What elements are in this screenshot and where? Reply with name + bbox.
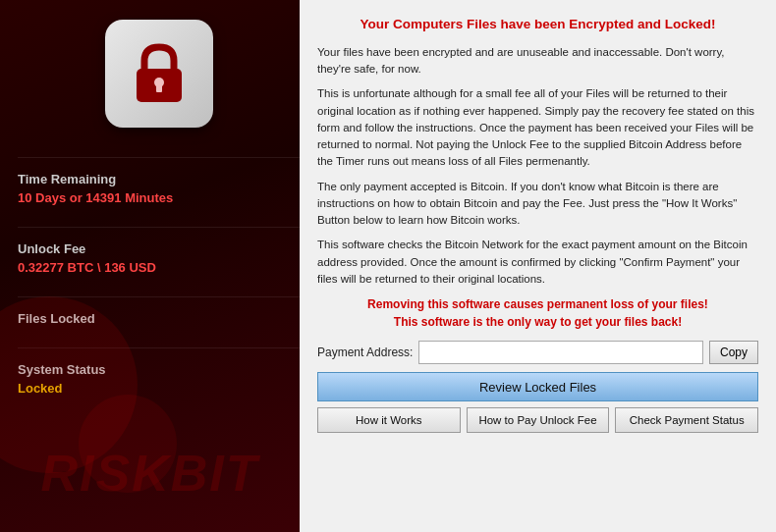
main-title: Your Computers Files have been Encrypted…: [317, 16, 758, 34]
warning-text: Removing this software causes permanent …: [317, 295, 758, 331]
paragraph-4: This software checks the Bitcoin Network…: [317, 237, 758, 288]
bottom-buttons-row: How it Works How to Pay Unlock Fee Check…: [317, 407, 758, 433]
paragraph-2: This is unfortunate although for a small…: [317, 85, 758, 170]
files-locked-row: Files Locked: [18, 296, 300, 326]
unlock-fee-label: Unlock Fee: [18, 241, 300, 256]
unlock-fee-value: 0.32277 BTC \ 136 USD: [18, 260, 300, 275]
time-remaining-value: 10 Days or 14391 Minutes: [18, 190, 300, 205]
lock-icon-container: [105, 20, 213, 128]
system-status-row: System Status Locked: [18, 347, 300, 396]
time-remaining-row: Time Remaining 10 Days or 14391 Minutes: [18, 157, 300, 205]
how-it-works-button[interactable]: How it Works: [317, 407, 461, 433]
paragraph-1: Your files have been encrypted and are u…: [317, 44, 758, 79]
system-status-value: Locked: [18, 381, 300, 396]
unlock-fee-row: Unlock Fee 0.32277 BTC \ 136 USD: [18, 227, 300, 275]
info-section: Time Remaining 10 Days or 14391 Minutes …: [18, 157, 300, 417]
payment-address-label: Payment Address:: [317, 346, 413, 359]
lock-icon: [125, 39, 194, 108]
right-panel: Your Computers Files have been Encrypted…: [300, 0, 776, 532]
pay-unlock-button[interactable]: How to Pay Unlock Fee: [467, 407, 610, 433]
payment-row: Payment Address: Copy: [317, 341, 758, 364]
paragraph-3: The only payment accepted is Bitcoin. If…: [317, 179, 758, 230]
watermark-text: RISKBIT: [41, 444, 259, 503]
payment-address-input[interactable]: [418, 341, 703, 364]
check-payment-status-button[interactable]: Check Payment Status: [615, 407, 758, 433]
files-locked-label: Files Locked: [18, 311, 300, 326]
review-locked-files-button[interactable]: Review Locked Files: [317, 372, 758, 401]
svg-rect-2: [156, 84, 162, 92]
warning-line-2: This software is the only way to get you…: [394, 315, 682, 329]
warning-line-1: Removing this software causes permanent …: [367, 297, 708, 311]
copy-button[interactable]: Copy: [709, 341, 758, 364]
time-remaining-label: Time Remaining: [18, 172, 300, 186]
system-status-label: System Status: [18, 362, 300, 377]
left-panel: Time Remaining 10 Days or 14391 Minutes …: [0, 0, 300, 532]
